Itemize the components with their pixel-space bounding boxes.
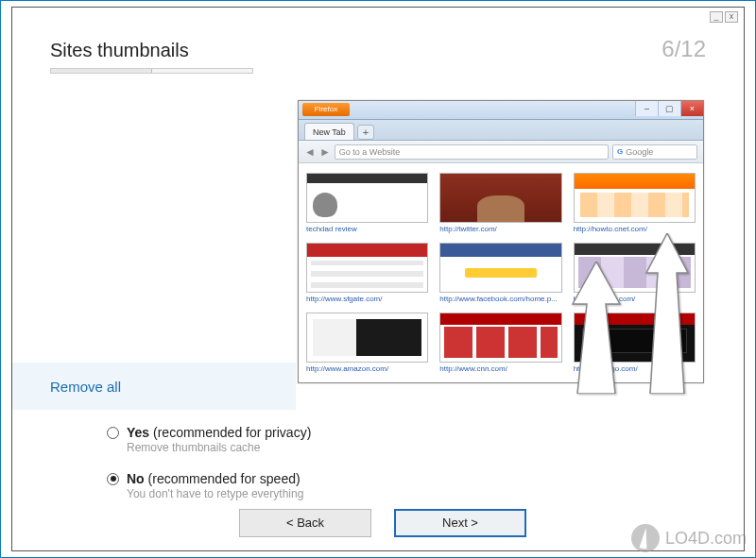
illus-max-icon: ▢ xyxy=(658,101,680,116)
minimize-button[interactable]: _ xyxy=(710,11,723,23)
progress-fill xyxy=(51,69,152,73)
illustration-titlebar: Firefox – ▢ × xyxy=(299,101,703,120)
new-tab-icon: + xyxy=(357,125,374,140)
back-button[interactable]: < Back xyxy=(239,509,371,537)
close-button[interactable]: x xyxy=(725,11,738,23)
google-logo-icon: G xyxy=(617,145,623,159)
site-thumbnail: http://www.facebook.com/home.p... xyxy=(439,243,561,303)
thumbnail-grid: techdad review http://twitter.com/ http:… xyxy=(306,173,696,373)
site-thumbnail: http://howto.cnet.com/ xyxy=(574,173,696,233)
illustration-tabstrip: New Tab + xyxy=(299,120,703,141)
back-arrow-icon: ◄ xyxy=(304,145,316,159)
illustration-toolbar: ◄ ► Go to a Website G Google xyxy=(299,141,703,163)
watermark-text: LO4D.com xyxy=(665,529,747,549)
header-area: Sites thumbnails 6/12 xyxy=(12,8,744,93)
page-title: Sites thumbnails xyxy=(50,40,189,61)
question-label: Remove all xyxy=(50,379,121,395)
site-thumbnail: http://xfinitytv.com/ xyxy=(574,243,696,303)
watermark-logo-icon xyxy=(631,524,660,552)
forward-arrow-icon: ► xyxy=(319,145,331,159)
option-no[interactable]: No (recommended for speed) You don't hav… xyxy=(107,471,311,500)
site-thumbnail: http://www.cnn.com/ xyxy=(439,313,561,373)
illus-min-icon: – xyxy=(635,101,658,116)
illustration-body: techdad review http://twitter.com/ http:… xyxy=(299,163,703,382)
illus-close-icon: × xyxy=(680,101,703,116)
progress-bar xyxy=(50,68,253,74)
illustration-tab: New Tab xyxy=(304,123,354,140)
site-thumbnail: http://twitter.com/ xyxy=(439,173,561,233)
search-placeholder: Google xyxy=(626,145,653,159)
site-thumbnail: techdad review xyxy=(306,173,428,233)
option-no-label: No (recommended for speed) xyxy=(127,471,301,486)
wizard-dialog: _ x Sites thumbnails 6/12 Firefox – ▢ × … xyxy=(11,7,745,551)
site-thumbnail: http://www.amazon.com/ xyxy=(306,313,428,373)
options-group: Yes (recommended for privacy) Remove thu… xyxy=(107,425,311,517)
site-thumbnail: http://www.sfgate.com/ xyxy=(306,243,428,303)
question-band: Remove all xyxy=(12,363,296,410)
window-controls: _ x xyxy=(710,11,738,23)
option-no-sub: You don't have to retype everything xyxy=(127,487,311,500)
illustration-searchbar: G Google xyxy=(612,144,697,160)
radio-yes[interactable] xyxy=(107,427,119,439)
option-yes[interactable]: Yes (recommended for privacy) Remove thu… xyxy=(107,425,311,454)
site-thumbnail: http://espn.go.com/ xyxy=(574,313,696,373)
radio-no[interactable] xyxy=(107,473,119,485)
illustration-browser: Firefox – ▢ × New Tab + ◄ ► Go to a Webs… xyxy=(298,100,704,383)
illustration-urlbar: Go to a Website xyxy=(335,144,609,160)
firefox-menu-button: Firefox xyxy=(302,103,350,116)
watermark: LO4D.com xyxy=(631,524,747,552)
step-indicator: 6/12 xyxy=(662,36,706,62)
next-button[interactable]: Next > xyxy=(394,509,526,537)
nav-buttons: < Back Next > xyxy=(239,509,526,537)
option-yes-label: Yes (recommended for privacy) xyxy=(127,425,311,440)
option-yes-sub: Remove thumbnails cache xyxy=(127,441,311,454)
